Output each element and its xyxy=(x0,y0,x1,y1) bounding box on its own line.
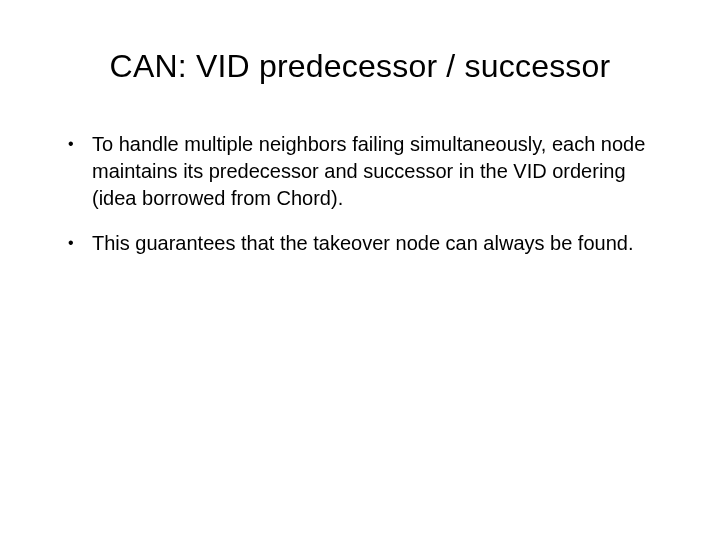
bullet-text: This guarantees that the takeover node c… xyxy=(92,230,660,257)
slide-container: CAN: VID predecessor / successor • To ha… xyxy=(0,0,720,540)
bullet-icon: • xyxy=(68,131,92,155)
bullet-list: • To handle multiple neighbors failing s… xyxy=(60,131,660,257)
list-item: • This guarantees that the takeover node… xyxy=(68,230,660,257)
bullet-icon: • xyxy=(68,230,92,254)
bullet-text: To handle multiple neighbors failing sim… xyxy=(92,131,660,212)
slide-title: CAN: VID predecessor / successor xyxy=(60,48,660,85)
list-item: • To handle multiple neighbors failing s… xyxy=(68,131,660,212)
